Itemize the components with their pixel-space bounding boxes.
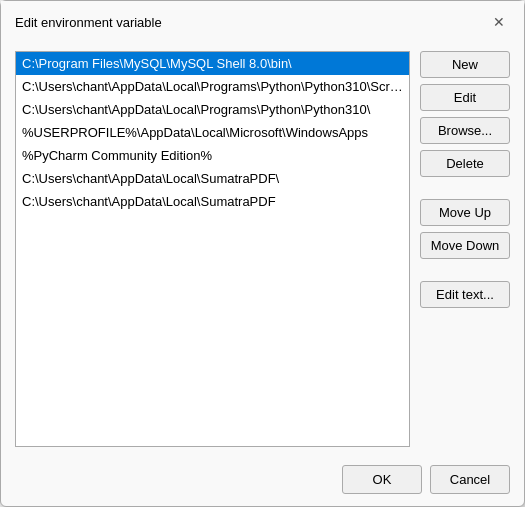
list-item[interactable]: C:\Users\chant\AppData\Local\Programs\Py… bbox=[16, 75, 409, 98]
env-variable-list[interactable]: C:\Program Files\MySQL\MySQL Shell 8.0\b… bbox=[15, 51, 410, 447]
close-button[interactable]: ✕ bbox=[488, 11, 510, 33]
list-item[interactable]: C:\Users\chant\AppData\Local\SumatraPDF bbox=[16, 190, 409, 213]
move-down-button[interactable]: Move Down bbox=[420, 232, 510, 259]
list-item[interactable]: C:\Program Files\MySQL\MySQL Shell 8.0\b… bbox=[16, 52, 409, 75]
dialog-body: C:\Program Files\MySQL\MySQL Shell 8.0\b… bbox=[1, 41, 524, 457]
list-item[interactable]: C:\Users\chant\AppData\Local\SumatraPDF\ bbox=[16, 167, 409, 190]
title-bar: Edit environment variable ✕ bbox=[1, 1, 524, 41]
list-item[interactable]: %PyCharm Community Edition% bbox=[16, 144, 409, 167]
move-up-button[interactable]: Move Up bbox=[420, 199, 510, 226]
browse-button[interactable]: Browse... bbox=[420, 117, 510, 144]
edit-text-button[interactable]: Edit text... bbox=[420, 281, 510, 308]
new-button[interactable]: New bbox=[420, 51, 510, 78]
list-item[interactable]: %USERPROFILE%\AppData\Local\Microsoft\Wi… bbox=[16, 121, 409, 144]
dialog-footer: OK Cancel bbox=[1, 457, 524, 506]
ok-button[interactable]: OK bbox=[342, 465, 422, 494]
delete-button[interactable]: Delete bbox=[420, 150, 510, 177]
cancel-button[interactable]: Cancel bbox=[430, 465, 510, 494]
edit-env-variable-dialog: Edit environment variable ✕ C:\Program F… bbox=[0, 0, 525, 507]
edit-button[interactable]: Edit bbox=[420, 84, 510, 111]
dialog-title: Edit environment variable bbox=[15, 15, 162, 30]
list-item[interactable]: C:\Users\chant\AppData\Local\Programs\Py… bbox=[16, 98, 409, 121]
action-buttons: New Edit Browse... Delete Move Up Move D… bbox=[420, 51, 510, 447]
